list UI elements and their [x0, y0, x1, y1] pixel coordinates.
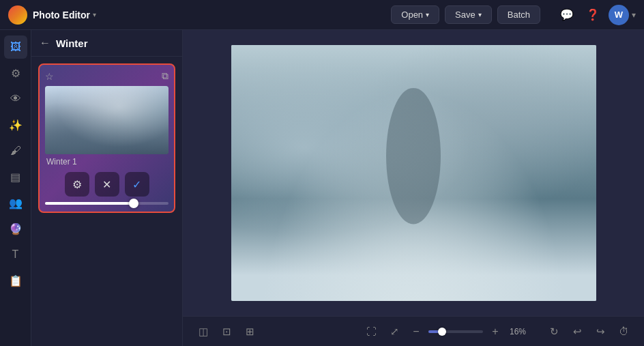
favorite-icon[interactable]: ☆ — [45, 71, 54, 82]
photo-canvas — [231, 45, 596, 301]
zoom-slider-thumb[interactable] — [438, 328, 446, 336]
left-panel: ← Winter ☆ ⧉ Winter 1 ⚙ ✕ — [31, 30, 183, 346]
panel-header: ← Winter — [31, 30, 182, 57]
avatar[interactable]: W — [609, 5, 629, 25]
history-btn[interactable]: ⏱ — [614, 322, 633, 341]
app-title: Photo Editor — [33, 10, 90, 20]
grid-btn[interactable]: ⊞ — [240, 322, 259, 341]
fit-btn[interactable]: ⤢ — [385, 322, 404, 341]
filter-item-label: Winter 1 — [45, 157, 169, 167]
canvas-area: ◫ ⊡ ⊞ ⛶ ⤢ − + 16% ↻ ↩ ↪ ⏱ — [183, 30, 644, 346]
close-icon: ✕ — [102, 178, 111, 191]
avatar-chevron: ▾ — [632, 10, 636, 20]
main-layout: 🖼 ⚙ 👁 ✨ 🖌 ▤ 👥 🔮 T 📋 ← Winter ☆ ⧉ — [0, 30, 644, 346]
filter-item-selected[interactable]: ☆ ⧉ Winter 1 ⚙ ✕ ✓ — [38, 63, 175, 213]
panel-title: Winter — [56, 38, 88, 49]
slider-fill — [45, 202, 132, 205]
expand-btn[interactable]: ⛶ — [362, 322, 381, 341]
zoom-percentage: 16% — [508, 327, 528, 336]
back-button[interactable]: ← — [40, 37, 50, 49]
app-logo[interactable] — [8, 5, 27, 25]
filter-list: ☆ ⧉ Winter 1 ⚙ ✕ ✓ — [31, 57, 182, 346]
chat-icon[interactable]: 💬 — [557, 5, 577, 25]
filter-thumb-image — [45, 86, 169, 154]
filter-card-header: ☆ ⧉ — [45, 70, 169, 82]
zoom-slider[interactable] — [428, 330, 483, 333]
layers-btn[interactable]: ◫ — [194, 322, 213, 341]
rotate-btn[interactable]: ↻ — [544, 322, 564, 341]
sidebar-item-template[interactable]: 📋 — [4, 269, 27, 292]
sidebar-item-brush[interactable]: 🖌 — [4, 139, 27, 162]
toolbar-left: ◫ ⊡ ⊞ — [194, 322, 259, 341]
filter-cancel-button[interactable]: ✕ — [95, 172, 119, 197]
filter-settings-button[interactable]: ⚙ — [65, 172, 89, 197]
toolbar-right: ↻ ↩ ↪ ⏱ — [544, 322, 633, 341]
slider-thumb[interactable] — [129, 199, 138, 208]
filter-actions: ⚙ ✕ ✓ — [45, 172, 169, 197]
zoom-controls: ⛶ ⤢ − + 16% — [362, 322, 528, 341]
save-button[interactable]: Save ▾ — [445, 5, 492, 24]
undo-btn[interactable]: ↩ — [568, 322, 587, 341]
open-button[interactable]: Open ▾ — [391, 5, 439, 24]
copy-icon[interactable]: ⧉ — [162, 70, 169, 82]
sidebar-item-layers[interactable]: ▤ — [4, 165, 27, 188]
filter-confirm-button[interactable]: ✓ — [125, 172, 149, 197]
intensity-slider[interactable] — [45, 202, 169, 205]
help-icon[interactable]: ❓ — [583, 5, 603, 25]
settings-icon: ⚙ — [72, 178, 82, 191]
batch-button[interactable]: Batch — [497, 5, 540, 24]
header-right: 💬 ❓ W ▾ — [557, 5, 636, 25]
check-icon: ✓ — [132, 178, 141, 191]
sidebar-item-eye[interactable]: 👁 — [4, 87, 27, 111]
zoom-in-btn[interactable]: + — [487, 323, 503, 340]
sidebar-item-people[interactable]: 👥 — [4, 191, 27, 214]
icon-sidebar: 🖼 ⚙ 👁 ✨ 🖌 ▤ 👥 🔮 T 📋 — [0, 30, 31, 346]
sidebar-item-text[interactable]: T — [4, 243, 27, 266]
canvas-main — [183, 30, 644, 316]
sidebar-item-magic[interactable]: ✨ — [4, 113, 27, 136]
app-title-area[interactable]: Photo Editor ▾ — [33, 10, 96, 20]
header: Photo Editor ▾ Open ▾ Save ▾ Batch 💬 ❓ W… — [0, 0, 644, 30]
crop-btn[interactable]: ⊡ — [217, 322, 236, 341]
filter-thumbnail — [45, 86, 169, 154]
zoom-out-btn[interactable]: − — [408, 323, 424, 340]
bottom-toolbar: ◫ ⊡ ⊞ ⛶ ⤢ − + 16% ↻ ↩ ↪ ⏱ — [183, 316, 644, 346]
sidebar-item-adjustments[interactable]: ⚙ — [4, 61, 27, 85]
sidebar-item-effects[interactable]: 🔮 — [4, 217, 27, 240]
title-chevron: ▾ — [93, 11, 96, 18]
sidebar-item-image[interactable]: 🖼 — [4, 35, 27, 59]
redo-btn[interactable]: ↪ — [591, 322, 610, 341]
